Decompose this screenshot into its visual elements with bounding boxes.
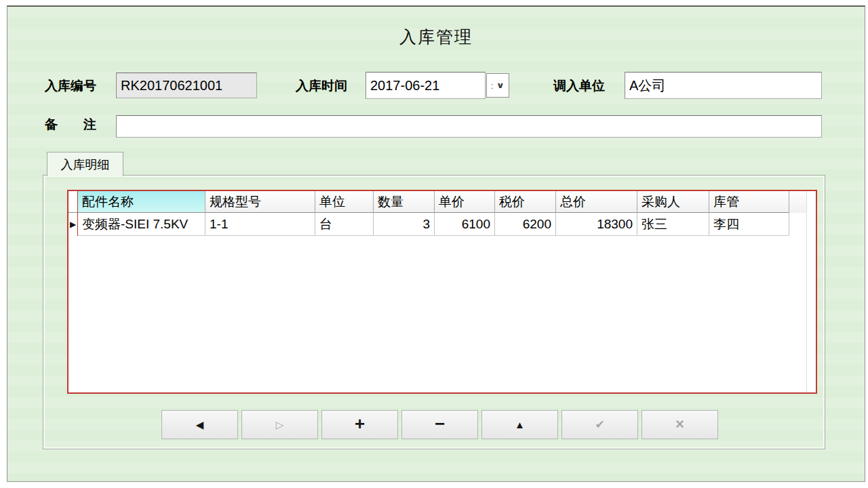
detail-grid[interactable]: 配件名称规格型号单位数量单价税价总价采购人库管 ▶变频器-SIEI 7.5KV1… xyxy=(67,190,817,394)
row-indicator-cell: ▶ xyxy=(68,213,78,236)
grid-cell[interactable]: 变频器-SIEI 7.5KV xyxy=(78,213,205,236)
supplier-label: 调入单位 xyxy=(553,73,605,100)
grid-cell[interactable]: 1-1 xyxy=(205,213,315,236)
grid-cell[interactable]: 6200 xyxy=(495,213,556,236)
column-header[interactable]: 库管 xyxy=(709,191,789,213)
grid-cell[interactable]: 李四 xyxy=(709,213,789,236)
grid-cell[interactable]: 3 xyxy=(374,213,435,236)
nav-prior-button[interactable]: ◀ xyxy=(161,410,238,439)
column-header[interactable]: 单价 xyxy=(435,191,495,213)
entry-no-label: 入库编号 xyxy=(45,73,96,100)
indicator-column-header xyxy=(68,191,78,213)
edit-icon: ▲ xyxy=(515,420,525,430)
grid-cell[interactable]: 张三 xyxy=(637,213,709,236)
nav-delete-button[interactable]: − xyxy=(401,410,478,439)
column-header[interactable]: 采购人 xyxy=(637,191,709,213)
current-row-marker-icon: ▶ xyxy=(70,220,76,228)
remark-label: 备 注 xyxy=(45,113,96,136)
nav-next-button: ▷ xyxy=(241,410,318,439)
tab-inbound-detail[interactable]: 入库明细 xyxy=(47,152,123,176)
column-header[interactable]: 规格型号 xyxy=(205,191,315,213)
inbound-management-window: 入库管理 入库编号 入库时间 : ∨ 调入单位 备 注 入库明细 配件名称规格型… xyxy=(7,5,865,482)
entry-no-field[interactable] xyxy=(116,73,257,98)
date-dropdown-button[interactable]: : ∨ xyxy=(486,73,509,98)
entry-time-field[interactable] xyxy=(366,72,486,99)
nav-insert-button[interactable]: + xyxy=(321,410,398,439)
remark-field[interactable] xyxy=(116,115,822,138)
next-icon: ▷ xyxy=(276,420,284,430)
insert-icon: + xyxy=(355,415,365,432)
db-navigator: ◀▷+−▲✔× xyxy=(161,410,718,439)
prior-icon: ◀ xyxy=(196,420,204,430)
entry-time-label: 入库时间 xyxy=(296,73,347,100)
column-header[interactable]: 总价 xyxy=(556,191,637,213)
grid-vertical-scrollbar[interactable] xyxy=(806,191,816,392)
page-title: 入库管理 xyxy=(7,26,865,48)
column-header[interactable]: 税价 xyxy=(495,191,556,213)
nav-edit-button[interactable]: ▲ xyxy=(481,410,558,439)
grid-cell[interactable]: 18300 xyxy=(556,213,637,236)
nav-post-button: ✔ xyxy=(561,410,638,439)
cancel-icon: × xyxy=(675,417,684,432)
chevron-down-icon: ∨ xyxy=(496,81,505,90)
grid-cell[interactable]: 6100 xyxy=(435,213,495,236)
column-header[interactable]: 数量 xyxy=(374,191,435,213)
tab-page: 配件名称规格型号单位数量单价税价总价采购人库管 ▶变频器-SIEI 7.5KV1… xyxy=(43,175,825,449)
column-header[interactable]: 单位 xyxy=(315,191,374,213)
supplier-field[interactable] xyxy=(625,72,822,99)
date-dropdown-colon: : xyxy=(491,81,494,91)
post-icon: ✔ xyxy=(595,419,604,430)
grid-cell[interactable]: 台 xyxy=(315,213,374,236)
column-header[interactable]: 配件名称 xyxy=(78,191,205,213)
table-row[interactable]: ▶变频器-SIEI 7.5KV1-1台36100620018300张三李四 xyxy=(68,213,816,236)
delete-icon: − xyxy=(435,415,445,432)
tab-label: 入库明细 xyxy=(61,157,110,173)
grid-header-row: 配件名称规格型号单位数量单价税价总价采购人库管 xyxy=(68,191,816,213)
nav-cancel-button: × xyxy=(642,410,718,439)
